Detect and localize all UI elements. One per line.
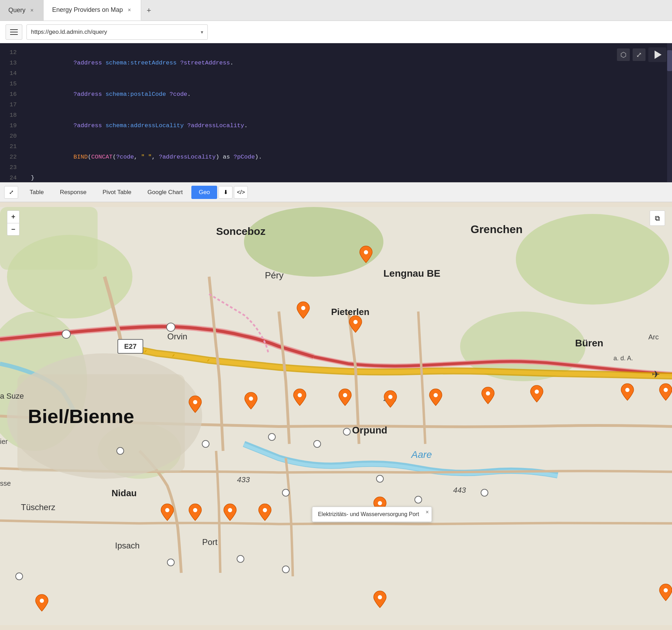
svg-point-43 xyxy=(202,440,209,447)
svg-text:Biel/Bienne: Biel/Bienne xyxy=(28,405,134,427)
svg-point-72 xyxy=(378,501,382,505)
svg-text:E27: E27 xyxy=(124,343,137,350)
svg-text:Orpund: Orpund xyxy=(352,425,387,436)
svg-point-55 xyxy=(364,250,368,254)
svg-point-75 xyxy=(664,588,668,592)
map-popup: Elektrizitäts- und Wasserversorgung Port… xyxy=(312,507,432,522)
svg-text:a. d. A.: a. d. A. xyxy=(613,355,633,362)
svg-point-52 xyxy=(237,555,244,562)
svg-text:ier: ier xyxy=(0,438,8,445)
tab-query-label: Query xyxy=(8,7,25,14)
svg-point-46 xyxy=(282,489,289,496)
svg-text:a Suze: a Suze xyxy=(0,392,24,400)
zoom-out-button[interactable]: − xyxy=(7,223,20,236)
svg-point-69 xyxy=(193,508,197,512)
result-tab-table[interactable]: Table xyxy=(22,186,51,199)
share-button[interactable]: ⬡ xyxy=(617,48,630,61)
map-svg: E27 433 440 443 Sonceboz Grenchen Péry L… xyxy=(0,202,672,630)
svg-point-50 xyxy=(16,573,23,580)
svg-point-64 xyxy=(486,391,490,395)
result-tab-pivot[interactable]: Pivot Table xyxy=(95,186,139,199)
svg-point-56 xyxy=(301,306,305,310)
tab-add-icon: + xyxy=(147,6,151,15)
svg-point-61 xyxy=(343,393,347,397)
svg-text:Tüscherz: Tüscherz xyxy=(21,502,55,512)
svg-point-70 xyxy=(228,508,232,512)
svg-text:Orvin: Orvin xyxy=(167,332,187,341)
tab-add-button[interactable]: + xyxy=(141,0,157,21)
svg-point-42 xyxy=(117,447,124,454)
tab-query[interactable]: Query × xyxy=(0,0,44,21)
tab-energy-map[interactable]: Energy Providers on Map × xyxy=(44,0,141,21)
run-icon xyxy=(655,51,662,59)
url-bar[interactable]: ▾ xyxy=(26,24,208,40)
svg-point-41 xyxy=(167,323,175,331)
map-container[interactable]: E27 433 440 443 Sonceboz Grenchen Péry L… xyxy=(0,202,672,630)
tab-query-close[interactable]: × xyxy=(29,7,35,14)
result-tabs: ⤢ Table Response Pivot Table Google Char… xyxy=(0,183,672,202)
svg-text:Grenchen: Grenchen xyxy=(471,223,522,236)
result-expand-button[interactable]: ⤢ xyxy=(4,186,18,199)
download-icon: ⬇ xyxy=(223,189,228,195)
code-content[interactable]: ?address schema:streetAddress ?streetAdd… xyxy=(20,43,672,182)
code-view-button[interactable]: </> xyxy=(234,186,248,199)
dropdown-icon[interactable]: ▾ xyxy=(201,29,203,35)
svg-text:Ipsach: Ipsach xyxy=(115,541,140,550)
result-tab-google-chart[interactable]: Google Chart xyxy=(140,186,190,199)
svg-text:Arc: Arc xyxy=(648,333,659,341)
map-layers-control[interactable]: ⧉ xyxy=(650,210,665,226)
svg-point-40 xyxy=(62,330,70,338)
popup-close-button[interactable]: × xyxy=(426,509,429,515)
code-toolbar: ⬡ ⤢ xyxy=(617,47,666,62)
svg-text:Port: Port xyxy=(202,537,217,547)
code-line-13: ?address schema:postalCode ?code. xyxy=(20,79,672,110)
map-zoom-controls: + − xyxy=(7,210,20,236)
svg-point-57 xyxy=(353,320,358,324)
svg-text:Lengnau BE: Lengnau BE xyxy=(383,268,440,279)
svg-point-2 xyxy=(244,207,383,277)
svg-point-58 xyxy=(193,400,197,404)
svg-text:Pieterlen: Pieterlen xyxy=(331,307,369,317)
code-line-15: BIND(CONCAT(?code, " ", ?addressLocality… xyxy=(20,141,672,173)
layers-button[interactable]: ⧉ xyxy=(650,210,665,226)
svg-text:Büren: Büren xyxy=(575,338,603,348)
svg-point-65 xyxy=(535,390,539,394)
tab-energy-map-close[interactable]: × xyxy=(126,6,132,14)
result-tab-response[interactable]: Response xyxy=(53,186,94,199)
svg-point-54 xyxy=(314,440,321,447)
code-line-12: ?address schema:streetAddress ?streetAdd… xyxy=(20,47,672,79)
main-layout: ▾ ⬡ ⤢ 121314151617 181920212223 2425 ?ad… xyxy=(0,21,672,630)
svg-point-45 xyxy=(343,428,350,435)
line-numbers: 121314151617 181920212223 2425 xyxy=(0,43,20,182)
svg-point-67 xyxy=(664,388,668,392)
zoom-in-button[interactable]: + xyxy=(7,210,20,223)
popup-text: Elektrizitäts- und Wasserversorgung Port xyxy=(318,511,419,517)
svg-point-68 xyxy=(165,508,169,512)
toolbar: ▾ xyxy=(0,21,672,43)
code-line-14: ?address schema:addressLocality ?address… xyxy=(20,110,672,141)
scrollbar-thumb xyxy=(667,50,672,71)
svg-text:Péry: Péry xyxy=(265,270,283,281)
result-tab-geo[interactable]: Geo xyxy=(191,186,217,199)
svg-text:sse: sse xyxy=(0,479,11,487)
code-view-icon: </> xyxy=(237,189,245,195)
hamburger-button[interactable] xyxy=(6,24,22,40)
url-input[interactable] xyxy=(31,29,188,36)
svg-point-49 xyxy=(481,489,488,496)
expand-button[interactable]: ⤢ xyxy=(633,48,646,61)
svg-point-66 xyxy=(625,388,629,392)
svg-point-74 xyxy=(378,595,382,599)
svg-text:Nidau: Nidau xyxy=(112,488,137,498)
hamburger-icon xyxy=(10,29,18,35)
svg-point-53 xyxy=(282,566,289,573)
download-button[interactable]: ⬇ xyxy=(219,186,232,199)
code-lines: 121314151617 181920212223 2425 ?address … xyxy=(0,43,672,182)
svg-point-62 xyxy=(388,395,392,399)
svg-text:Sonceboz: Sonceboz xyxy=(216,225,266,237)
svg-point-44 xyxy=(268,433,275,440)
run-button[interactable] xyxy=(648,47,666,62)
scrollbar[interactable] xyxy=(667,43,672,182)
code-editor: ⬡ ⤢ 121314151617 181920212223 2425 ?addr… xyxy=(0,43,672,183)
layers-icon: ⧉ xyxy=(655,214,660,222)
svg-text:443: 443 xyxy=(453,486,466,494)
